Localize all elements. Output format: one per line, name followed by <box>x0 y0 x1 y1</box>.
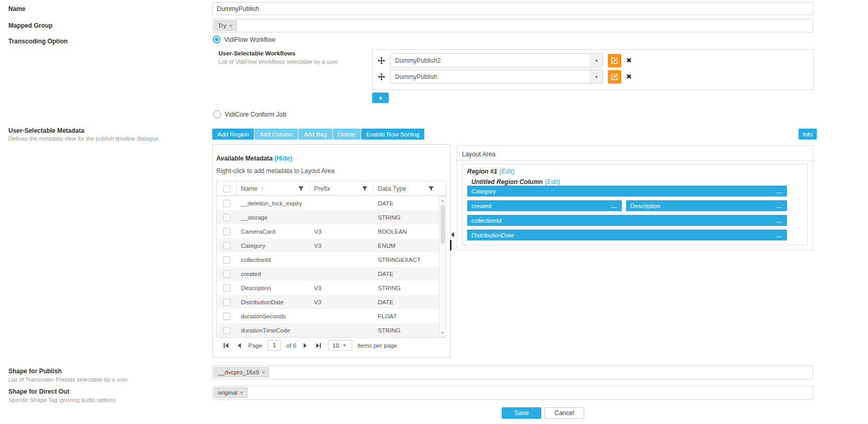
vidiflow-workflow-radio[interactable] <box>213 36 221 43</box>
available-metadata-hint: Right-click to add metadata to Layout Ar… <box>216 167 334 175</box>
bar-menu-icon[interactable]: … <box>611 204 618 208</box>
column-header-data-type[interactable]: Data Type <box>374 185 439 192</box>
remove-workflow-icon[interactable]: ✖ <box>626 73 632 81</box>
table-row[interactable]: CameraCard V3 BOOLEAN <box>217 224 446 238</box>
pager-last-icon[interactable] <box>314 343 323 348</box>
shape-direct-field[interactable]: original × <box>212 386 813 400</box>
shape-publish-tag: __dvcpro_16x9 × <box>214 367 269 377</box>
page-size-select[interactable]: 10 ▾ <box>328 340 352 351</box>
drag-handle-icon[interactable] <box>378 57 385 64</box>
region-edit-link[interactable]: (Edit) <box>500 168 515 175</box>
bar-menu-icon[interactable]: … <box>777 204 783 208</box>
region-label: Region #1 <box>467 168 497 175</box>
add-bag-button[interactable]: Add Bag <box>298 129 332 140</box>
tag-remove-icon[interactable]: × <box>240 389 243 396</box>
shape-direct-tag: original × <box>214 387 248 398</box>
chevron-down-icon: ▾ <box>343 343 352 348</box>
bar-menu-icon[interactable]: … <box>777 189 783 193</box>
name-label: Name <box>8 5 26 13</box>
hide-link[interactable]: (Hide) <box>274 155 292 162</box>
table-row[interactable]: durationSeconds FLOAT <box>217 309 446 323</box>
metadata-title: User-Selectable Metadata <box>8 127 84 134</box>
bar-menu-icon[interactable]: … <box>777 233 783 237</box>
metadata-field-bar[interactable]: DistributionDate … <box>467 230 787 240</box>
vidicore-conform-radio[interactable] <box>213 110 221 118</box>
row-checkbox[interactable] <box>223 284 230 292</box>
shape-publish-field[interactable]: __dvcpro_16x9 × <box>212 365 813 380</box>
table-row[interactable]: Description V3 STRING <box>217 281 446 295</box>
metadata-field-bar[interactable]: collectionId … <box>467 215 787 226</box>
enable-row-sorting-button[interactable]: Enable Row Sorting <box>361 129 425 140</box>
scroll-up-icon[interactable]: ▲ <box>439 199 446 202</box>
pager-page-input[interactable]: 1 <box>268 340 281 351</box>
add-region-button[interactable]: Add Region <box>212 129 254 140</box>
mapped-group-tag-text: Try <box>218 22 226 29</box>
transcoding-option-label: Transcoding Option <box>8 38 67 45</box>
scroll-down-icon[interactable]: ▼ <box>439 331 446 335</box>
column-header-prefix[interactable]: Prefix <box>310 181 374 196</box>
shape-direct-tag-text: original <box>218 389 237 396</box>
row-checkbox[interactable] <box>223 200 230 207</box>
table-row[interactable]: __storage STRING <box>217 210 446 224</box>
row-checkbox[interactable] <box>223 228 230 235</box>
edit-workflow-button[interactable] <box>608 54 621 67</box>
delete-button[interactable]: Delete <box>333 129 361 140</box>
shape-publish-label: Shape for Publish <box>8 368 62 375</box>
table-row[interactable]: created DATE <box>217 267 446 281</box>
filter-funnel-icon[interactable] <box>428 186 434 192</box>
info-button[interactable]: Info <box>798 129 817 140</box>
tag-remove-icon[interactable]: × <box>229 22 232 29</box>
pager-previous-icon[interactable] <box>236 343 243 348</box>
select-all-checkbox[interactable] <box>223 185 230 192</box>
row-checkbox[interactable] <box>223 313 230 320</box>
row-checkbox[interactable] <box>223 256 230 263</box>
collapse-panel-icon[interactable] <box>451 232 454 237</box>
metadata-field-bar[interactable]: Description … <box>626 200 787 211</box>
table-row[interactable]: durationTimeCode STRING <box>217 323 446 337</box>
pager-next-icon[interactable] <box>302 343 309 348</box>
add-column-button[interactable]: Add Column <box>254 129 298 140</box>
row-checkbox[interactable] <box>223 270 230 278</box>
name-input[interactable]: DummyPublish <box>212 2 813 15</box>
mapped-group-field[interactable]: Try × <box>212 19 813 32</box>
scrollbar-thumb[interactable] <box>441 205 445 244</box>
metadata-field-bar[interactable]: created … <box>467 200 622 211</box>
edit-pencil-icon <box>611 57 618 64</box>
table-row[interactable]: Category V3 ENUM <box>217 238 446 253</box>
pager-items-label: items per page <box>357 342 397 349</box>
workflow-select[interactable]: DummyPublish2 ▾ <box>390 53 603 67</box>
workflow-select[interactable]: DummyPublish ▾ <box>390 70 603 84</box>
metadata-field-bar[interactable]: Category … <box>467 186 787 197</box>
publish-settings-form: Name DummyPublish Mapped Group Try × Tra… <box>0 0 868 424</box>
filter-funnel-icon[interactable] <box>298 186 304 192</box>
workflows-title: User-Selectable Workflows <box>218 50 295 56</box>
row-checkbox[interactable] <box>223 242 230 249</box>
row-checkbox[interactable] <box>223 214 230 221</box>
mapped-group-label: Mapped Group <box>8 22 53 29</box>
bar-menu-icon[interactable]: … <box>777 219 783 223</box>
table-row[interactable]: DistributionDate V3 DATE <box>217 295 446 309</box>
edit-pencil-icon <box>611 73 618 81</box>
table-row[interactable]: collectionId STRINGEXACT <box>217 253 446 267</box>
table-row[interactable]: __deletion_lock_expiry DATE <box>217 196 446 210</box>
remove-workflow-icon[interactable]: ✖ <box>626 56 632 64</box>
pager-first-icon[interactable] <box>222 343 230 348</box>
column-header-name[interactable]: Name ↑ <box>237 181 310 196</box>
filter-funnel-icon[interactable] <box>362 186 368 192</box>
region-column-edit-link[interactable]: (Edit) <box>545 178 560 186</box>
tag-remove-icon[interactable]: × <box>262 369 265 375</box>
cancel-button[interactable]: Cancel <box>545 407 584 419</box>
save-button[interactable]: Save <box>502 407 541 419</box>
grid-scrollbar[interactable]: ▲ ▼ <box>439 196 446 337</box>
drag-handle-icon[interactable] <box>378 73 385 81</box>
chevron-down-icon[interactable]: ▾ <box>590 54 603 67</box>
add-workflow-button[interactable]: + <box>372 93 389 103</box>
chevron-down-icon[interactable]: ▾ <box>590 70 603 83</box>
edit-workflow-button[interactable] <box>608 70 621 84</box>
row-checkbox[interactable] <box>223 299 230 306</box>
name-value: DummyPublish <box>213 3 813 15</box>
grid-pager: Page 1 of 6 10 ▾ items per page <box>222 340 397 351</box>
row-checkbox[interactable] <box>223 327 230 334</box>
panel-splitter-handle[interactable] <box>450 240 452 250</box>
shape-publish-tag-text: __dvcpro_16x9 <box>218 369 259 375</box>
